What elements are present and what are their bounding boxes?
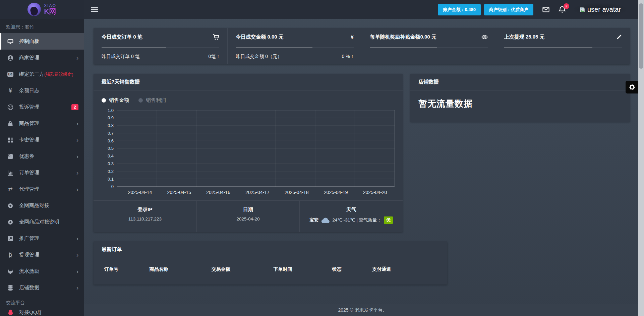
legend-item[interactable]: 销售利润 (138, 97, 166, 104)
x-axis-label: 2025-04-18 (277, 190, 316, 195)
sales-chart-panel: 最近7天销售数据 销售金额 销售利润 1.00.90.80.70.60.50.4… (94, 74, 403, 232)
sidebar-item[interactable]: 商家管理 › (0, 50, 84, 66)
stat-card-title: 每单随机奖励补贴金额0.00 元 (370, 34, 436, 40)
notifications-button[interactable]: 2 (559, 6, 566, 13)
sidebar-notification-badge: 2 (71, 104, 78, 110)
sidebar-item[interactable]: 优惠券 › (0, 148, 84, 165)
stat-progress-bar (504, 48, 622, 48)
stat-progress-bar (370, 48, 488, 48)
notification-count-badge: 2 (564, 3, 569, 9)
sidebar-item[interactable]: 全网商品对接 (0, 197, 84, 214)
chevron-right-icon: › (76, 55, 78, 61)
chart-x-axis: 2025-04-142025-04-152025-04-162025-04-17… (120, 187, 395, 200)
sidebar-item[interactable]: 投诉管理 2 (0, 99, 84, 115)
sidebar-item[interactable]: 订单管理 › (0, 165, 84, 181)
table-column-header[interactable]: 订单号 (104, 266, 150, 272)
app-window: XIAO K网 欢迎您：君竹 控制面板 商家管理 › Be 绑定第三方 (强烈建… (0, 0, 638, 316)
sidebar-item-label: 优惠券 (19, 153, 34, 160)
bag-icon (7, 121, 14, 127)
chevron-right-icon: › (76, 285, 78, 291)
sidebar-item-label: 控制面板 (19, 38, 39, 45)
info-cell: 登录IP 113.110.217.223 (94, 201, 196, 232)
table-column-header[interactable]: 状态 (332, 266, 372, 272)
sidebar-item-label: 订单管理 (19, 170, 39, 176)
table-column-header[interactable]: 支付通道 (372, 266, 439, 272)
chevron-right-icon: › (76, 268, 78, 274)
settings-gear-button[interactable] (626, 81, 638, 93)
info-label: 登录IP (94, 206, 196, 213)
sidebar-item-label: 对接QQ群 (19, 309, 42, 316)
sidebar-item[interactable]: 卡密管理 › (0, 132, 84, 148)
yen-icon: ¥ (7, 88, 14, 94)
sidebar-item[interactable]: 店铺数据 › (0, 279, 84, 296)
sidebar-item-label: 全网商品对接说明 (19, 219, 59, 225)
hamburger-menu-icon[interactable] (91, 7, 98, 12)
sidebar-item[interactable]: ¥ 余额日志 (0, 82, 84, 99)
chart-y-axis: 1.00.90.80.70.60.50.40.30.20.10 (102, 110, 117, 187)
sidebar-item[interactable]: B 提现管理 › (0, 247, 84, 263)
stat-sub-left: 昨日成交订单 0 笔 (102, 54, 140, 60)
sidebar-item[interactable]: 流水激励 › (0, 263, 84, 279)
shop-panel-title: 店铺数据 (410, 74, 630, 90)
topbar-badge[interactable]: 商户级别：优质商户 (484, 4, 533, 15)
sidebar-item-qq-group[interactable]: 对接QQ群 (0, 309, 84, 316)
chevron-right-icon: › (76, 186, 78, 192)
copyright-text: 2025 © 老米发卡平台. (338, 307, 384, 313)
chevron-right-icon: › (76, 170, 78, 176)
x-axis-label: 2025-04-19 (316, 190, 355, 195)
legend-label: 销售利润 (146, 97, 166, 104)
sidebar-item-label: 流水激励 (19, 268, 39, 274)
user-icon (7, 55, 14, 61)
sidebar-item[interactable]: Be 绑定第三方 (强烈建议绑定) (0, 66, 84, 82)
table-column-header[interactable]: 交易金额 (212, 266, 274, 272)
stat-card: 每单随机奖励补贴金额0.00 元 (362, 28, 496, 64)
sidebar-section-label: 交流平台 (0, 296, 84, 309)
logo-avatar (27, 3, 41, 16)
table-column-header[interactable]: 下单时间 (273, 266, 332, 272)
welcome-text: 欢迎您：君竹 (0, 19, 84, 33)
info-label: 日期 (197, 206, 300, 213)
info-cell: 日期 2025-04-20 (196, 201, 300, 232)
stat-sub-left: 昨日成交金额 0（元） (236, 54, 282, 60)
legend-dot-icon (138, 98, 143, 103)
gitlab-icon (7, 268, 14, 274)
stat-card-title: 今日成交订单 0 笔 (102, 34, 142, 40)
stat-progress-bar (102, 48, 219, 48)
orders-table-header: 订单号商品名称交易金额下单时间状态支付通道 (102, 262, 439, 277)
chevron-right-icon: › (76, 153, 78, 160)
blocks-icon (7, 137, 14, 143)
chevron-right-icon: › (76, 252, 78, 258)
messages-button[interactable] (542, 6, 550, 13)
scrollbar-thumb[interactable] (639, 3, 643, 69)
sidebar-item-label: 商家管理 (19, 55, 39, 61)
legend-item[interactable]: 销售金额 (102, 97, 129, 104)
cloud-icon (321, 216, 330, 224)
svg-text:B: B (9, 252, 12, 257)
page-scrollbar[interactable] (638, 0, 644, 316)
swap-icon: ⇄ (7, 186, 14, 192)
chart-plot-area (117, 110, 395, 187)
sidebar-item[interactable]: 全网商品对接说明 (0, 214, 84, 230)
x-axis-label: 2025-04-15 (160, 190, 199, 195)
topbar-badge[interactable]: 账户金额：0.480 (438, 4, 481, 15)
table-column-header[interactable]: 商品名称 (150, 266, 212, 272)
sidebar-item[interactable]: 推广管理 › (0, 230, 84, 247)
sidebar-item-label: 余额日志 (19, 87, 39, 94)
stat-cards-row: 今日成交订单 0 笔 昨日成交订单 0 笔 0笔 ↑ 今日成交金额 0.00 元… (94, 28, 630, 64)
sidebar-item-warning-note: (强烈建议绑定) (44, 71, 73, 77)
stat-progress-bar (236, 48, 353, 48)
sidebar-item[interactable]: 控制面板 (0, 33, 84, 50)
shop-data-panel: 店铺数据 暂无流量数据 (410, 74, 630, 122)
stat-card: 今日成交订单 0 笔 昨日成交订单 0 笔 0笔 ↑ (94, 28, 227, 64)
chart-panel-title: 最近7天销售数据 (94, 74, 403, 90)
weather-city: 宝安 (309, 217, 318, 223)
monitor-icon (7, 39, 14, 45)
user-avatar[interactable]: user avatar (574, 3, 626, 16)
topbar: 账户金额：0.480商户级别：优质商户 2 user avatar (84, 0, 638, 19)
sidebar-item[interactable]: 商品管理 › (0, 115, 84, 132)
sidebar-item-label: 卡密管理 (19, 137, 39, 143)
sidebar-item-label: 投诉管理 (19, 104, 39, 110)
brand-logo[interactable]: XIAO K网 (0, 0, 84, 19)
sidebar-item[interactable]: ⇄ 代理管理 › (0, 181, 84, 197)
info-label: 天气 (300, 206, 403, 213)
